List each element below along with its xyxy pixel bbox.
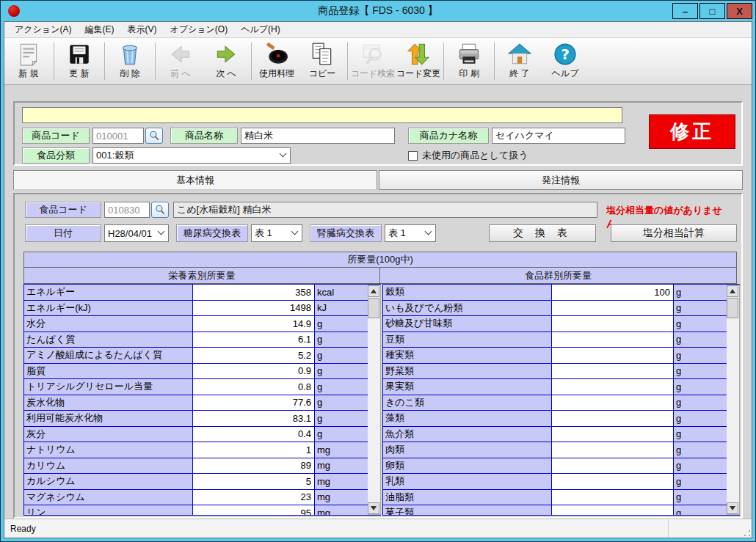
resize-grip[interactable] [741,519,752,538]
row-value[interactable] [552,411,674,427]
row-value[interactable]: 89 [193,458,315,475]
scroll-down-button[interactable] [727,502,738,514]
table-row[interactable]: トリアシルグリセロール当量 0.8 g [24,379,368,395]
next-button[interactable]: 次 へ [203,40,249,83]
table-row[interactable]: マグネシウム 23 mg [24,490,368,506]
row-value[interactable] [552,301,674,317]
table-row[interactable]: きのこ類 g [383,395,727,411]
table-row[interactable]: 魚介類 g [383,427,727,443]
scrollbar-thumb[interactable] [368,298,379,318]
table-row[interactable]: 肉類 g [383,442,727,458]
row-value[interactable] [552,442,674,458]
row-value[interactable]: 100 [552,285,674,301]
delete-button[interactable]: 削 除 [107,40,153,83]
table-row[interactable]: 乳類 g [383,474,727,490]
row-value[interactable]: 1498 [193,301,315,317]
table-row[interactable]: 種実類 g [383,348,727,364]
menu-action[interactable]: アクション(A) [9,22,77,37]
table-row[interactable]: ナトリウム 1 mg [24,442,368,458]
row-value[interactable]: 1 [193,442,315,458]
help-button[interactable]: ? ヘルプ [542,40,588,83]
product-kana-field[interactable]: セイハクマイ [492,128,625,144]
row-value[interactable]: 0.4 [193,427,315,443]
menu-edit[interactable]: 編集(E) [79,22,120,37]
unused-checkbox-row[interactable]: 未使用の商品として扱う [408,149,528,162]
table-row[interactable]: 炭水化物 77.6 g [24,395,368,411]
row-value[interactable]: 6.1 [193,332,315,348]
table-row[interactable]: 野菜類 g [383,364,727,380]
row-value[interactable]: 358 [193,285,315,301]
row-value[interactable]: 83.1 [193,411,315,427]
product-name-field[interactable]: 精白米 [241,128,395,144]
exit-button[interactable]: 終 了 [497,40,542,83]
menu-options[interactable]: オプション(O) [164,22,233,37]
food-groups-scrollbar[interactable] [727,285,740,515]
diabetes-table-select[interactable]: 表 1 [251,224,302,242]
row-value[interactable]: 95 [193,505,315,515]
row-value[interactable] [552,505,674,515]
new-button[interactable]: 新 規 [6,40,51,83]
row-value[interactable] [552,379,674,395]
table-row[interactable]: 脂質 0.9 g [24,364,368,380]
unused-checkbox[interactable] [408,151,418,161]
food-code-search-button[interactable] [151,202,169,218]
row-value[interactable]: 0.8 [193,379,315,395]
nutrients-grid[interactable]: エネルギー 358 kcal エネルギー(kJ) 1498 kJ 水分 14.9… [24,285,368,515]
table-row[interactable]: エネルギー(kJ) 1498 kJ [24,301,368,317]
table-row[interactable]: 利用可能炭水化物 83.1 g [24,411,368,427]
copy-button[interactable]: コピー [299,40,345,83]
row-value[interactable] [552,458,674,475]
row-value[interactable] [552,490,674,506]
used-dishes-button[interactable]: 使用料理 [254,40,299,83]
table-row[interactable]: 穀類 100 g [383,285,727,301]
table-row[interactable]: カリウム 89 mg [24,458,368,475]
product-code-field[interactable]: 010001 [92,128,144,144]
table-row[interactable]: 灰分 0.4 g [24,427,368,443]
code-change-button[interactable]: コード変更 [396,40,441,83]
table-row[interactable]: 油脂類 g [383,490,727,506]
row-value[interactable] [552,395,674,411]
table-row[interactable]: 果実類 g [383,379,727,395]
table-row[interactable]: 卵類 g [383,458,727,475]
tab-basic-info[interactable]: 基本情報 [13,170,377,190]
row-value[interactable]: 0.9 [193,364,315,380]
scroll-down-button[interactable] [368,502,379,514]
row-value[interactable] [552,316,674,332]
table-row[interactable]: リン 95 mg [24,505,368,515]
memo-field[interactable] [22,107,622,123]
food-category-select[interactable]: 001:穀類 [92,147,291,164]
edit-mode-button[interactable]: 修正 [649,114,735,149]
row-value[interactable] [552,427,674,443]
scroll-up-button[interactable] [368,285,379,297]
menu-help[interactable]: ヘルプ(H) [235,22,286,37]
row-value[interactable] [552,332,674,348]
scrollbar-thumb[interactable] [727,298,738,318]
update-button[interactable]: 更 新 [57,40,102,83]
table-row[interactable]: エネルギー 358 kcal [24,285,368,301]
table-row[interactable]: いも及びでん粉類 g [383,301,727,317]
row-value[interactable]: 14.9 [193,316,315,332]
row-value[interactable]: 5.2 [193,348,315,364]
nutrients-scrollbar[interactable] [368,285,381,515]
table-row[interactable]: 菓子類 g [383,505,727,515]
print-button[interactable]: 印 刷 [446,40,492,83]
product-code-search-button[interactable] [145,128,163,144]
table-row[interactable]: 砂糖及び甘味類 g [383,316,727,332]
table-row[interactable]: 藻類 g [383,411,727,427]
row-value[interactable]: 77.6 [193,395,315,411]
date-select[interactable]: H28/04/01 [104,224,169,242]
exchange-table-button[interactable]: 交 換 表 [489,224,596,242]
menu-view[interactable]: 表示(V) [121,22,162,37]
row-value[interactable]: 5 [193,474,315,490]
food-groups-grid[interactable]: 穀類 100 g いも及びでん粉類 g 砂糖及び甘味類 g 豆類 g 種実類 g… [383,285,727,515]
row-value[interactable] [552,474,674,490]
tab-order-info[interactable]: 発注情報 [379,170,743,190]
row-value[interactable] [552,364,674,380]
table-row[interactable]: 水分 14.9 g [24,316,368,332]
table-row[interactable]: たんぱく質 6.1 g [24,332,368,348]
scroll-up-button[interactable] [727,285,738,297]
food-code-field[interactable]: 010830 [104,202,150,218]
kidney-table-select[interactable]: 表 1 [385,224,436,242]
table-row[interactable]: 豆類 g [383,332,727,348]
table-row[interactable]: アミノ酸組成によるたんぱく質 5.2 g [24,348,368,364]
